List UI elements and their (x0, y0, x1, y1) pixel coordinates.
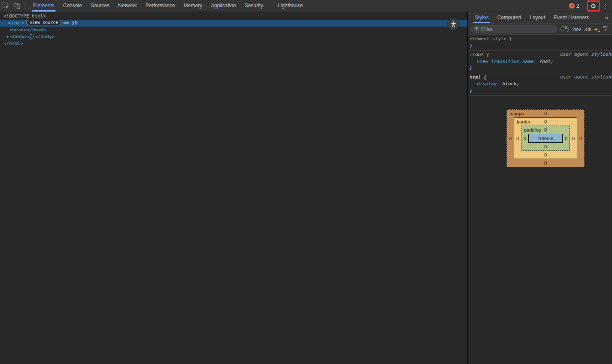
inspect-cursor-icon (2, 2, 9, 9)
toolbar-right-group: ✕ 2 ⚙ ⋮ (567, 0, 612, 12)
guide-dots: ·· (1, 20, 7, 26)
customize-devtools-button[interactable]: ⋮ (601, 2, 612, 10)
styles-filter-toolbar: .* :hov .cls + (468, 24, 612, 35)
toggle-element-state-button[interactable]: :hov (572, 27, 581, 32)
tab-performance[interactable]: Performance (141, 0, 179, 12)
rule-footer: } (470, 87, 612, 94)
close-brace: } (470, 43, 473, 48)
toggle-device-toolbar-button[interactable] (11, 0, 22, 12)
devtools-window: Elements Console Sources Network Perform… (0, 0, 612, 364)
open-brace: { (506, 36, 512, 42)
inline-expand-button[interactable]: … (28, 34, 34, 39)
tab-computed[interactable]: Computed (493, 12, 525, 24)
css-property[interactable]: view-transition-name: root; (470, 58, 612, 65)
styles-sidebar-panel: Styles Computed Layout Event Listeners »… (467, 12, 612, 364)
tab-label: Application (211, 3, 236, 9)
property-value: block; (503, 81, 520, 87)
property-colon: : (497, 81, 502, 87)
html-close-tag: </html> (3, 41, 23, 46)
padding-right-value[interactable]: 0 (563, 134, 570, 143)
content-size: 1099×8 (537, 136, 553, 141)
box-model-content[interactable]: 1099×8 (528, 134, 563, 143)
property-colon: : (533, 59, 539, 64)
tab-lighthouse[interactable]: Lighthouse (273, 0, 307, 12)
border-top-value[interactable]: 0 (544, 119, 547, 124)
dom-node-doctype[interactable]: <!DOCTYPE html> (0, 13, 467, 20)
margin-label: margin (509, 111, 524, 116)
border-left-value[interactable]: 0 (514, 126, 521, 151)
head-tags: <head></head> (9, 27, 46, 33)
rule-header[interactable]: element.style { (470, 36, 612, 42)
border-right-value[interactable]: 0 (570, 126, 577, 151)
toolbar-separator (584, 3, 584, 9)
dom-node-body[interactable]: ▶<body>…</body> (0, 33, 467, 40)
property-value: root; (539, 59, 554, 64)
error-badge[interactable]: ✕ 2 (567, 3, 582, 9)
selector: :root (470, 52, 484, 57)
settings-button[interactable]: ⚙ (591, 2, 596, 10)
tab-styles[interactable]: Styles (470, 12, 493, 24)
filter-field[interactable] (471, 25, 557, 33)
margin-bottom-value[interactable]: 0 (544, 160, 547, 165)
filter-input[interactable] (481, 26, 554, 32)
style-rule-root[interactable]: :root { user agent stylesheet view-trans… (468, 51, 612, 73)
tab-sources[interactable]: Sources (86, 0, 114, 12)
tab-label: Console (63, 3, 82, 9)
box-model-diagram: margin0 0 border0 0 padding0 0 1099×8 (506, 109, 585, 167)
more-tabs-button[interactable]: » (601, 14, 612, 21)
box-model-margin[interactable]: margin0 0 border0 0 padding0 0 1099×8 (506, 109, 585, 167)
rendering-emulation-button[interactable] (603, 25, 609, 33)
padding-bottom-value[interactable]: 0 (544, 144, 547, 149)
padding-top-value[interactable]: 0 (544, 127, 547, 132)
gear-icon: ⚙ (591, 2, 596, 9)
margin-top-value[interactable]: 0 (544, 111, 547, 116)
padding-left-value[interactable]: 0 (521, 134, 528, 143)
element-classes-button[interactable]: .cls (584, 27, 591, 32)
box-model-border[interactable]: border0 0 padding0 0 1099×8 0 0 (514, 117, 577, 159)
plus-icon: + (594, 25, 598, 33)
view-source-badge[interactable]: view-source (26, 20, 61, 25)
css-property[interactable]: display: block; (470, 81, 612, 87)
border-label: border (517, 119, 530, 124)
double-chevron-icon: » (605, 14, 608, 21)
tab-network[interactable]: Network (114, 0, 141, 12)
box-model-padding[interactable]: padding0 0 1099×8 0 0 (521, 126, 570, 151)
tab-application[interactable]: Application (206, 0, 240, 12)
dom-node-head[interactable]: <head></head> (0, 27, 467, 33)
style-rule-element-style[interactable]: element.style { } (468, 35, 612, 51)
stylesheet-origin: user agent stylesheet (560, 51, 612, 57)
padding-label: padding (524, 127, 541, 132)
tab-label: Event Listeners (554, 15, 589, 21)
rule-footer: } (470, 42, 612, 49)
regex-toggle-button[interactable]: .* (560, 26, 569, 32)
error-icon: ✕ (569, 3, 575, 9)
dom-node-html-selected[interactable]: ··<html>view-source== $0 (0, 20, 467, 27)
open-brace: { (481, 75, 487, 80)
margin-left-value[interactable]: 0 (507, 117, 514, 159)
tab-label: Styles (475, 15, 489, 21)
tab-security[interactable]: Security (240, 0, 267, 12)
new-style-rule-button[interactable]: + (594, 26, 600, 32)
expand-arrow-icon[interactable]: ▶ (7, 35, 9, 39)
tab-label: Elements (33, 3, 55, 9)
dom-node-html-close[interactable]: </html> (0, 40, 467, 47)
tab-console[interactable]: Console (59, 0, 86, 12)
border-bottom-value[interactable]: 0 (544, 152, 547, 157)
accessibility-inspect-button[interactable] (448, 18, 459, 30)
tab-label: Layout (530, 15, 545, 21)
tab-label: Sources (91, 3, 109, 9)
style-rule-html[interactable]: html { user agent stylesheet display: bl… (468, 73, 612, 96)
property-name: view-transition-name (477, 59, 533, 64)
tab-memory[interactable]: Memory (179, 0, 206, 12)
tab-layout[interactable]: Layout (525, 12, 549, 24)
active-tab-underline (473, 22, 490, 23)
tab-event-listeners[interactable]: Event Listeners (549, 12, 594, 24)
tab-label: Performance (145, 3, 175, 9)
tab-elements[interactable]: Elements (29, 0, 59, 12)
device-toolbar-icon (13, 2, 21, 9)
inspect-element-button[interactable] (0, 0, 11, 12)
tab-label: Network (118, 3, 137, 9)
margin-right-value[interactable]: 0 (577, 117, 584, 159)
body-close-tag: </body> (35, 34, 55, 39)
paint-roller-icon (603, 25, 609, 31)
